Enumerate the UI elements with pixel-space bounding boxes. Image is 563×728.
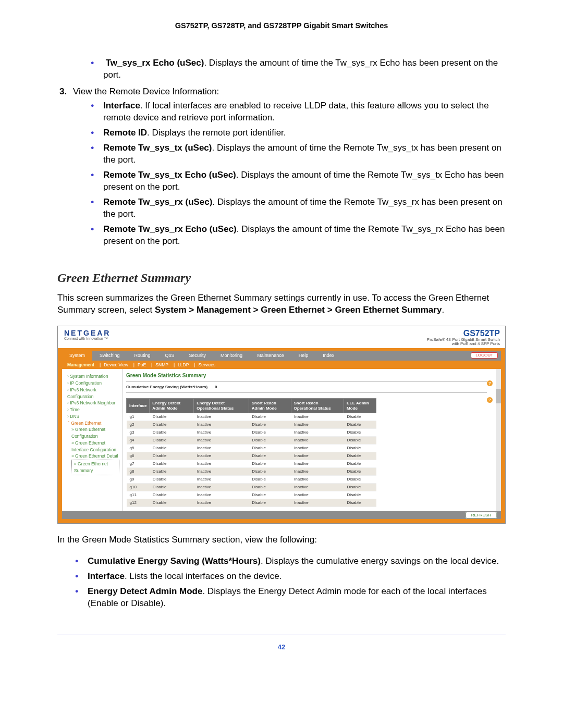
table-row: g10DisableInactiveDisableInactiveDisable	[127, 483, 376, 491]
table-row: g1DisableInactiveDisableInactiveDisable	[127, 413, 376, 421]
model-sub2: with PoE and 4 SFP Ports	[427, 342, 500, 346]
subtab-lldp[interactable]: LLDP	[178, 362, 189, 367]
sidebar-item-ipv6-network-neighbor[interactable]: › IPv6 Network Neighbor	[67, 400, 119, 406]
table-row: g6DisableInactiveDisableInactiveDisable	[127, 452, 376, 460]
sidebar-item-green-ethernet[interactable]: ˅ Green Ethernet	[67, 420, 119, 427]
primary-tabs: SystemSwitchingRoutingQoSSecurityMonitor…	[62, 351, 501, 361]
logout-button[interactable]: LOGOUT	[471, 352, 498, 359]
tab-system[interactable]: System	[62, 351, 92, 361]
field-desc: Remote Tw_sys_tx Echo (uSec). Displays t…	[103, 169, 506, 193]
field-desc: Remote Tw_sys_rx Echo (uSec). Displays t…	[103, 224, 506, 248]
sidebar: › System Information› IP Configuration› …	[62, 369, 123, 511]
field-desc: Energy Detect Admin Mode. Displays the E…	[88, 586, 506, 610]
after-shot-lead: In the Green Mode Statistics Summary sec…	[57, 534, 506, 546]
tab-index[interactable]: Index	[315, 351, 341, 361]
sidebar-item-ip-configuration[interactable]: › IP Configuration	[67, 380, 119, 387]
field-desc: Cumulative Energy Saving (Watts*Hours). …	[88, 556, 506, 567]
tab-monitoring[interactable]: Monitoring	[213, 351, 250, 361]
help-icon[interactable]: ?	[487, 380, 493, 386]
embedded-screenshot: NETGEAR Connect with Innovation ™ GS752T…	[57, 326, 506, 524]
table-row: g2DisableInactiveDisableInactiveDisable	[127, 421, 376, 428]
tab-qos[interactable]: QoS	[158, 351, 182, 361]
model-title: GS752TP	[427, 329, 500, 338]
main-panel: Green Mode Statistics Summary ? Cumulati…	[123, 369, 501, 511]
table-row: g9DisableInactiveDisableInactiveDisable	[127, 475, 376, 483]
col-header: Energy Detect Operational Status	[194, 399, 249, 413]
table-row: g5DisableInactiveDisableInactiveDisable	[127, 444, 376, 452]
col-header: Short Reach Admin Mode	[249, 399, 291, 413]
sidebar-subitem-selected[interactable]: » Green Ethernet Summary	[71, 460, 119, 475]
col-header: EEE Admin Mode	[344, 399, 376, 413]
panel-title: Green Mode Statistics Summary	[126, 373, 496, 378]
sidebar-item-dns[interactable]: › DNS	[67, 413, 119, 420]
sidebar-subitem[interactable]: » Green Ethernet Detail	[67, 453, 119, 460]
table-row: g7DisableInactiveDisableInactiveDisable	[127, 460, 376, 467]
bullet-tw-sys-rx-echo: Tw_sys_rx Echo (uSec). Displays the amou…	[103, 57, 506, 81]
field-desc: Interface. Lists the local interfaces on…	[88, 571, 506, 583]
sidebar-item-time[interactable]: › Time	[67, 406, 119, 413]
page-number: 42	[57, 635, 506, 652]
doc-header: GS752TP, GS728TP, and GS728TPP Gigabit S…	[57, 21, 506, 31]
field-desc: Remote Tw_sys_rx (uSec). Displays the am…	[103, 196, 506, 220]
logo-tagline: Connect with Innovation ™	[64, 337, 111, 340]
subtab-poe[interactable]: PoE	[138, 362, 146, 367]
table-row: g3DisableInactiveDisableInactiveDisable	[127, 428, 376, 436]
sidebar-subitem[interactable]: » Green Ethernet Interface Configuration	[67, 440, 119, 453]
table-row: g11DisableInactiveDisableInactiveDisable	[127, 491, 376, 499]
scrollbar-thumb[interactable]	[496, 389, 501, 403]
sidebar-item-ipv6-network-configuration[interactable]: › IPv6 Network Configuration	[67, 387, 119, 400]
subtab-device-view[interactable]: Device View	[104, 362, 128, 367]
scrollbar-track[interactable]	[496, 369, 501, 511]
field-desc: Remote ID. Displays the remote port iden…	[103, 127, 506, 139]
secondary-tabs: Management|Device View|PoE|SNMP|LLDP|Ser…	[62, 361, 501, 369]
subtab-snmp[interactable]: SNMP	[155, 362, 168, 367]
field-desc: Interface. If local interfaces are enabl…	[103, 100, 506, 124]
tab-maintenance[interactable]: Maintenance	[250, 351, 291, 361]
step-3: 3. View the Remote Device Information: I…	[57, 86, 506, 247]
tab-security[interactable]: Security	[182, 351, 214, 361]
sidebar-subitem[interactable]: » Green Ethernet Configuration	[67, 426, 119, 440]
tab-switching[interactable]: Switching	[92, 351, 127, 361]
help-icon[interactable]: ?	[487, 397, 493, 403]
table-row: g12DisableInactiveDisableInactiveDisable	[127, 499, 376, 507]
subtab-services[interactable]: Services	[199, 362, 216, 367]
col-header: Energy Detect Admin Mode	[150, 399, 194, 413]
tab-routing[interactable]: Routing	[127, 351, 158, 361]
table-row: g8DisableInactiveDisableInactiveDisable	[127, 467, 376, 475]
tab-help[interactable]: Help	[291, 351, 316, 361]
netgear-logo: NETGEAR	[64, 329, 111, 337]
refresh-button[interactable]: REFRESH	[466, 512, 497, 519]
field-desc: Remote Tw_sys_tx (uSec). Displays the am…	[103, 142, 506, 166]
subtab-management[interactable]: Management	[67, 362, 94, 367]
cumulative-energy-row: Cumulative Energy Saving (Watts*Hours) 0	[126, 381, 487, 393]
table-row: g4DisableInactiveDisableInactiveDisable	[127, 436, 376, 444]
intro-paragraph: This screen summarizes the Green Etherne…	[57, 292, 506, 316]
green-ethernet-table: InterfaceEnergy Detect Admin ModeEnergy …	[126, 398, 376, 507]
sidebar-item-system-information[interactable]: › System Information	[67, 373, 119, 380]
col-header: Interface	[127, 399, 150, 413]
section-heading-green-ethernet-summary: Green Ethernet Summary	[57, 269, 506, 286]
col-header: Short Reach Operational Status	[291, 399, 344, 413]
